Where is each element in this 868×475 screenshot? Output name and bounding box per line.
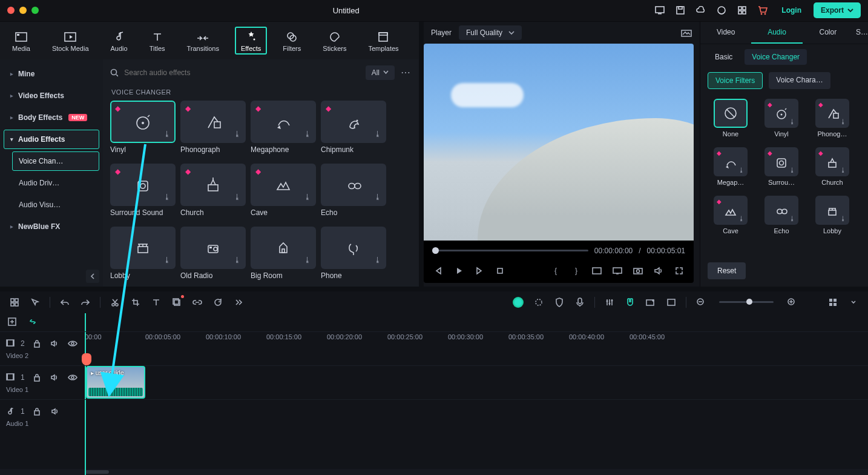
sidebar-item-video-effects[interactable]: ▸Video Effects xyxy=(4,86,99,105)
sidebar-item-audio-visual[interactable]: Audio Visu… xyxy=(12,195,99,214)
timeline-track[interactable]: 2Video 2 xyxy=(0,331,868,365)
inspector-tab-audio[interactable]: Audio xyxy=(751,22,802,44)
sidebar-item-audio-effects[interactable]: ▾Audio Effects xyxy=(4,130,99,149)
mute-icon[interactable] xyxy=(49,405,61,417)
tab-stock-media[interactable]: Stock Media xyxy=(46,28,95,55)
camera-icon[interactable] xyxy=(632,265,644,277)
shield-icon[interactable] xyxy=(553,296,565,308)
rotate-button[interactable] xyxy=(212,296,224,308)
more-tools-button[interactable] xyxy=(232,296,245,308)
support-icon[interactable] xyxy=(715,4,728,17)
cart-icon[interactable] xyxy=(756,4,769,17)
zoom-in-button[interactable] xyxy=(786,296,798,308)
device-icon[interactable] xyxy=(653,4,666,17)
voicefilter-thumb[interactable]: ◆⭳ xyxy=(764,99,798,128)
effect-thumb[interactable]: ⭳ xyxy=(321,227,386,269)
download-icon[interactable]: ⭳ xyxy=(163,130,171,138)
download-icon[interactable]: ⭳ xyxy=(840,215,846,222)
display-button[interactable] xyxy=(611,265,623,277)
mixer-icon[interactable] xyxy=(603,296,616,308)
download-icon[interactable]: ⭳ xyxy=(234,193,241,201)
download-icon[interactable]: ⭳ xyxy=(163,193,171,201)
effect-thumb[interactable]: ◆⭳ xyxy=(321,101,386,143)
timeline-clip[interactable]: ▸ user guide xyxy=(86,366,145,399)
sidebar-item-mine[interactable]: ▸Mine xyxy=(4,64,99,84)
play-button[interactable] xyxy=(453,265,465,277)
download-icon[interactable]: ⭳ xyxy=(789,118,795,125)
login-link[interactable]: Login xyxy=(777,2,806,18)
timeline-track[interactable]: 1Video 1▸ user guide xyxy=(0,365,868,399)
sidebar-item-audio-driven[interactable]: Audio Driv… xyxy=(12,173,99,193)
seek-slider[interactable] xyxy=(432,250,588,251)
timeline-track[interactable]: 1Audio 1 xyxy=(0,399,868,433)
mark-out-button[interactable]: } xyxy=(570,265,582,277)
voicefilter-thumb[interactable]: ◆⭳ xyxy=(714,147,748,176)
undo-button[interactable] xyxy=(59,296,71,308)
cut-button[interactable] xyxy=(109,296,121,308)
collapse-sidebar-button[interactable] xyxy=(86,270,99,283)
tab-transitions[interactable]: Transitions xyxy=(181,30,225,55)
gear-outline-icon[interactable] xyxy=(533,296,545,308)
next-frame-button[interactable] xyxy=(473,265,485,277)
download-icon[interactable]: ⭳ xyxy=(840,167,846,173)
subtab-basic[interactable]: Basic xyxy=(708,49,740,65)
tab-audio[interactable]: Audio xyxy=(105,27,134,55)
close-icon[interactable] xyxy=(7,7,15,14)
effect-thumb[interactable]: ⭳ xyxy=(180,227,246,269)
download-icon[interactable]: ⭳ xyxy=(789,215,795,222)
download-icon[interactable]: ⭳ xyxy=(234,256,241,264)
voicefilter-thumb[interactable] xyxy=(714,99,748,128)
voicefilter-thumb[interactable]: ◆⭳ xyxy=(815,99,849,128)
snapshot-icon[interactable] xyxy=(680,27,692,39)
ai-button[interactable] xyxy=(512,296,524,308)
tab-media[interactable]: Media xyxy=(6,28,36,55)
aspect-dropdown[interactable] xyxy=(591,265,603,277)
window-controls[interactable] xyxy=(7,7,39,14)
timeline-scrollbar[interactable] xyxy=(0,469,868,475)
search-input[interactable] xyxy=(110,68,360,78)
download-icon[interactable]: ⭳ xyxy=(234,130,241,138)
download-icon[interactable]: ⭳ xyxy=(304,256,311,264)
effect-thumb[interactable]: ◆⭳ xyxy=(110,164,176,206)
voicefilter-thumb[interactable]: ◆⭳ xyxy=(815,147,849,176)
lock-icon[interactable] xyxy=(31,405,43,417)
download-icon[interactable]: ⭳ xyxy=(738,167,745,173)
download-icon[interactable]: ⭳ xyxy=(163,256,171,264)
visibility-icon[interactable] xyxy=(67,337,79,350)
subtab-voice-changer[interactable]: Voice Changer xyxy=(745,49,807,65)
mic-icon[interactable] xyxy=(574,296,586,308)
link-button[interactable] xyxy=(191,296,203,308)
marker-icon[interactable] xyxy=(665,296,677,308)
stop-button[interactable] xyxy=(494,265,506,277)
tab-filters[interactable]: Filters xyxy=(277,28,307,55)
download-icon[interactable]: ⭳ xyxy=(789,167,795,173)
effect-thumb[interactable]: ⭳ xyxy=(110,227,176,269)
download-icon[interactable]: ⭳ xyxy=(374,193,381,201)
pill-voice-filters[interactable]: Voice Filters xyxy=(708,72,763,89)
magnet-icon[interactable] xyxy=(624,296,636,308)
download-icon[interactable]: ⭳ xyxy=(304,130,311,138)
tab-stickers[interactable]: Stickers xyxy=(317,28,352,55)
tl-grid-icon[interactable] xyxy=(8,296,21,308)
text-tool[interactable] xyxy=(150,296,162,308)
save-icon[interactable] xyxy=(674,4,687,17)
redo-button[interactable] xyxy=(79,296,91,308)
visibility-icon[interactable] xyxy=(67,371,79,384)
mute-icon[interactable] xyxy=(48,337,61,350)
inspector-tab-more[interactable]: S… xyxy=(853,22,868,44)
copy-button[interactable] xyxy=(171,296,183,308)
crop-button[interactable] xyxy=(130,296,142,308)
volume-button[interactable] xyxy=(653,265,665,277)
lock-icon[interactable] xyxy=(31,337,43,350)
quality-dropdown[interactable]: Full Quality xyxy=(459,25,522,40)
sidebar-item-newblue[interactable]: ▸NewBlue FX xyxy=(4,217,99,236)
minimize-icon[interactable] xyxy=(19,7,27,14)
effect-thumb[interactable]: ⭳ xyxy=(321,164,386,206)
export-button[interactable]: Export xyxy=(814,2,861,18)
sidebar-item-body-effects[interactable]: ▸Body EffectsNEW xyxy=(4,108,99,127)
voicefilter-thumb[interactable]: ⭳ xyxy=(815,196,849,225)
cloud-icon[interactable] xyxy=(694,4,708,17)
zoom-slider[interactable] xyxy=(719,301,774,303)
maximize-icon[interactable] xyxy=(31,7,39,14)
prev-frame-button[interactable] xyxy=(432,265,444,277)
